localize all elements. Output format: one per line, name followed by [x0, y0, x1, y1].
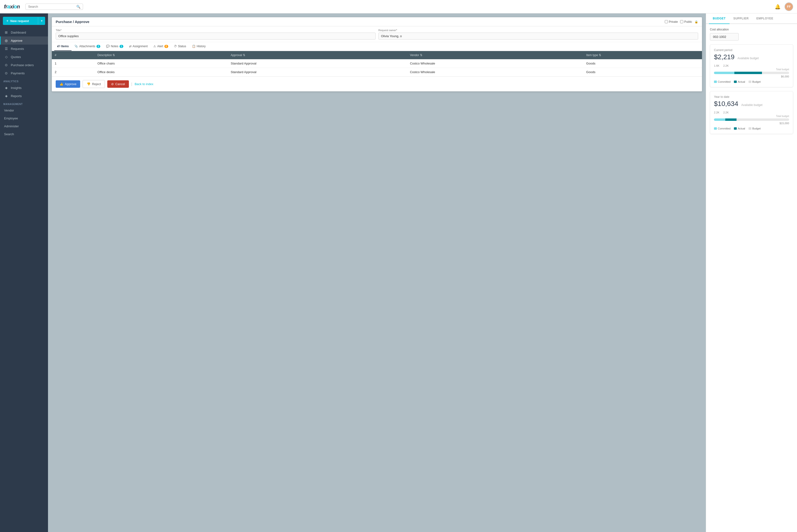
- attachment-icon: 📎: [74, 44, 78, 48]
- avatar[interactable]: FF: [784, 2, 793, 11]
- thumbs-down-icon: 👎: [87, 82, 90, 86]
- row-vendor[interactable]: Costco Wholesale: [407, 68, 583, 76]
- sidebar-item-label: Employee: [4, 116, 18, 120]
- legend-actual: Actual: [734, 80, 745, 83]
- current-bar-labels: 1.6K 2.2K: [714, 64, 789, 67]
- tag-icon: 🏷: [57, 44, 60, 48]
- analytics-section-label: ANALYTICS: [0, 77, 48, 84]
- sidebar-item-label: Search: [4, 132, 14, 136]
- sidebar-item-payments[interactable]: ⊙ Payments: [0, 69, 48, 77]
- tab-attachments[interactable]: 📎 Attachments 2: [72, 42, 103, 51]
- sidebar-item-quotes[interactable]: ◇ Quotes: [0, 53, 48, 61]
- tab-status[interactable]: ⏱ Status: [171, 42, 189, 51]
- main-layout: ＋ New request ▾ ⊞ Dashboard ◎ Approve ☰ …: [0, 14, 797, 532]
- plus-icon: ＋: [6, 19, 9, 23]
- col-approval[interactable]: Approval ⇅: [228, 51, 407, 59]
- col-vendor[interactable]: Vendor ⇅: [407, 51, 583, 59]
- sidebar-item-vendor[interactable]: Vendor: [0, 107, 48, 114]
- sidebar-item-approve[interactable]: ◎ Approve: [0, 36, 48, 44]
- tab-history[interactable]: 📋 History: [189, 42, 209, 51]
- tab-assignment[interactable]: ⇄ Assignment: [126, 42, 151, 51]
- sidebar-item-label: Requests: [11, 47, 24, 51]
- sidebar-item-reports[interactable]: ◈ Reports: [0, 92, 48, 100]
- ytd-bar-actual: [725, 118, 737, 121]
- cancel-icon: ⊘: [111, 82, 114, 86]
- reject-button[interactable]: 👎 Reject: [83, 80, 105, 88]
- row-item-type: Goods: [583, 59, 702, 68]
- sidebar-item-search[interactable]: Search: [0, 130, 48, 138]
- current-period-legend: Committed Actual Budget: [714, 80, 789, 83]
- ytd-committed-dot: [714, 127, 717, 130]
- sidebar-item-administer[interactable]: Administer: [0, 122, 48, 130]
- right-tabs: BUDGET SUPPLIER EMPLOYEE: [706, 14, 797, 24]
- col-num[interactable]: #: [52, 51, 94, 59]
- new-request-button[interactable]: ＋ New request ▾: [3, 17, 45, 25]
- purchase-orders-icon: ⊙: [4, 63, 8, 67]
- ytd-label: Year to date: [714, 95, 789, 98]
- current-period-available: Available budget: [738, 57, 759, 60]
- title-field-group: Title*: [56, 29, 376, 40]
- ytd-legend-committed: Committed: [714, 127, 730, 130]
- row-approval: Standard Approval: [228, 68, 407, 76]
- owner-input[interactable]: [378, 33, 699, 40]
- sidebar-item-label: Dashboard: [11, 31, 26, 34]
- row-num: 1: [52, 59, 94, 68]
- tab-alert[interactable]: ⚠ Alert 0: [150, 42, 171, 51]
- right-tab-budget[interactable]: BUDGET: [709, 14, 729, 24]
- ytd-max: $15,000: [714, 122, 789, 125]
- sidebar-item-employee[interactable]: Employee: [0, 114, 48, 122]
- title-input[interactable]: [56, 33, 376, 40]
- quotes-icon: ◇: [4, 55, 8, 59]
- public-checkbox[interactable]: [680, 20, 683, 23]
- committed-val: 1.6K: [714, 64, 720, 67]
- sidebar-item-purchase-orders[interactable]: ⊙ Purchase orders: [0, 61, 48, 69]
- bell-icon[interactable]: 🔔: [775, 4, 781, 10]
- attachments-badge: 2: [96, 45, 100, 48]
- table-row: 2 Office desks Standard Approval Costco …: [52, 68, 702, 76]
- owner-label: Request owner*: [378, 29, 699, 32]
- form-row: Title* Request owner*: [52, 26, 702, 42]
- ytd-total-budget-label: Total budget: [714, 115, 789, 117]
- purchase-card-header: Purchase / Approve Private Public 🔒: [52, 17, 702, 26]
- approve-button[interactable]: 👍 Approve: [56, 80, 80, 88]
- payments-icon: ⊙: [4, 71, 8, 75]
- col-description[interactable]: Description ⇅: [94, 51, 228, 59]
- actual-dot: [734, 80, 737, 83]
- col-item-type[interactable]: Item type ⇅: [583, 51, 702, 59]
- requests-icon: ☰: [4, 47, 8, 51]
- management-section-label: MANAGEMENT: [0, 100, 48, 107]
- sidebar-item-insights[interactable]: ◈ Insights: [0, 84, 48, 92]
- row-approval: Standard Approval: [228, 59, 407, 68]
- private-label[interactable]: Private: [665, 20, 678, 23]
- back-to-index-button[interactable]: Back to index: [134, 82, 153, 86]
- search-bar[interactable]: 🔍: [25, 4, 83, 10]
- search-input[interactable]: [28, 5, 75, 8]
- status-icon: ⏱: [174, 44, 177, 48]
- table-container: # Description ⇅ Approval ⇅ Vendor ⇅: [52, 51, 702, 76]
- right-tab-employee[interactable]: EMPLOYEE: [753, 14, 777, 24]
- tab-notes[interactable]: 💬 Notes 1: [103, 42, 126, 51]
- private-checkbox[interactable]: [665, 20, 668, 23]
- history-icon: 📋: [192, 44, 196, 48]
- insights-icon: ◈: [4, 86, 8, 90]
- lock-icon: 🔒: [694, 20, 698, 23]
- alert-icon: ⚠: [153, 44, 156, 48]
- sidebar-item-requests[interactable]: ☰ Requests: [0, 44, 48, 53]
- approve-icon: ◎: [4, 39, 8, 42]
- new-request-caret[interactable]: ▾: [38, 17, 45, 24]
- total-budget-label: Total budget: [714, 68, 789, 71]
- year-to-date-card: Year to date $10,634 Available budget 2.…: [710, 91, 793, 134]
- tab-items[interactable]: 🏷 Items: [54, 42, 72, 51]
- public-label[interactable]: Public: [680, 20, 692, 23]
- sidebar-item-dashboard[interactable]: ⊞ Dashboard: [0, 28, 48, 36]
- sidebar-item-label: Quotes: [11, 55, 21, 59]
- bar-committed: [714, 72, 735, 74]
- main-panel: Purchase / Approve Private Public 🔒: [48, 14, 706, 532]
- ytd-bar-committed: [714, 118, 725, 121]
- actions-row: 👍 Approve 👎 Reject ⊘ Cancel | Back to in…: [52, 76, 702, 91]
- row-vendor[interactable]: Costco Wholesale: [407, 59, 583, 68]
- new-request-label: New request: [10, 19, 29, 23]
- right-tab-supplier[interactable]: SUPPLIER: [729, 14, 753, 24]
- cost-allocation-input[interactable]: [710, 33, 739, 40]
- cancel-button[interactable]: ⊘ Cancel: [107, 80, 129, 88]
